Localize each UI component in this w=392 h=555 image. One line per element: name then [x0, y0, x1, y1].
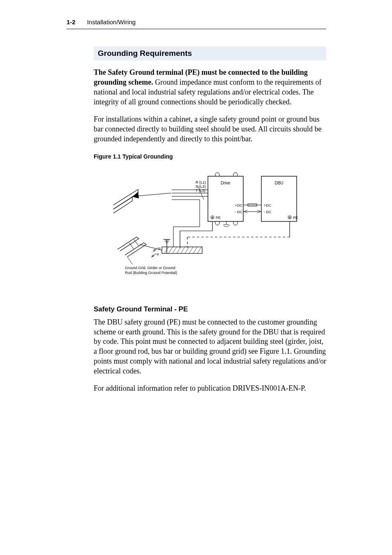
figure-1-1: Drive PE +DC - DC DBU +DC - DC: [94, 167, 326, 286]
pe-label-dbu: PE: [293, 216, 298, 220]
svg-point-56: [157, 253, 159, 255]
svg-line-40: [193, 247, 197, 253]
running-header: 1-2 Installation/Wiring: [0, 0, 392, 27]
ground-grid-icon: [118, 237, 162, 257]
drive-neg-dc: - DC: [235, 210, 243, 214]
svg-line-51: [140, 244, 162, 250]
svg-line-33: [164, 247, 168, 253]
ground-grid-label-2: Rod (Building Ground Potential): [125, 271, 177, 275]
drive-box-label: Drive: [221, 181, 231, 185]
phase-s: S (L2): [196, 184, 206, 189]
page: 1-2 Installation/Wiring Grounding Requir…: [0, 0, 392, 555]
svg-line-59: [127, 257, 132, 264]
pe-label-drive: PE: [216, 216, 221, 220]
svg-line-34: [168, 247, 173, 253]
ground-grid-label-1: Ground Grid, Girder or Ground: [125, 266, 175, 270]
svg-point-53: [159, 248, 160, 249]
subheading: Safety Ground Terminal - PE: [94, 305, 326, 313]
svg-line-38: [185, 247, 189, 253]
drive-pos-dc: +DC: [235, 203, 243, 207]
dbu-pos-dc: +DC: [264, 203, 272, 207]
page-number: 1-2: [67, 18, 76, 25]
chapter-title: Installation/Wiring: [87, 18, 136, 25]
paragraph-2: For installations within a cabinet, a si…: [94, 115, 326, 144]
paragraph-4: For additional information refer to publ…: [94, 384, 326, 394]
paragraph-3: The DBU safety ground (PE) must be conne…: [94, 318, 326, 377]
section-heading: Grounding Requirements: [94, 46, 326, 60]
svg-line-36: [177, 247, 181, 253]
svg-line-39: [189, 247, 193, 253]
building-steel-icon: [113, 189, 171, 213]
phase-r: R (L1): [196, 180, 206, 184]
figure-caption: Figure 1.1 Typical Grounding: [94, 153, 326, 160]
svg-marker-48: [132, 192, 139, 198]
svg-line-41: [197, 247, 201, 253]
header-rule: [67, 29, 326, 29]
grounding-diagram: Drive PE +DC - DC DBU +DC - DC: [113, 167, 307, 286]
svg-line-37: [181, 247, 185, 253]
content-area: Grounding Requirements The Safety Ground…: [94, 46, 326, 394]
svg-line-35: [173, 247, 177, 253]
dbu-box-label: DBU: [274, 181, 283, 185]
dbu-neg-dc: - DC: [264, 210, 272, 214]
paragraph-1: The Safety Ground terminal (PE) must be …: [94, 68, 326, 107]
svg-line-47: [137, 193, 171, 196]
